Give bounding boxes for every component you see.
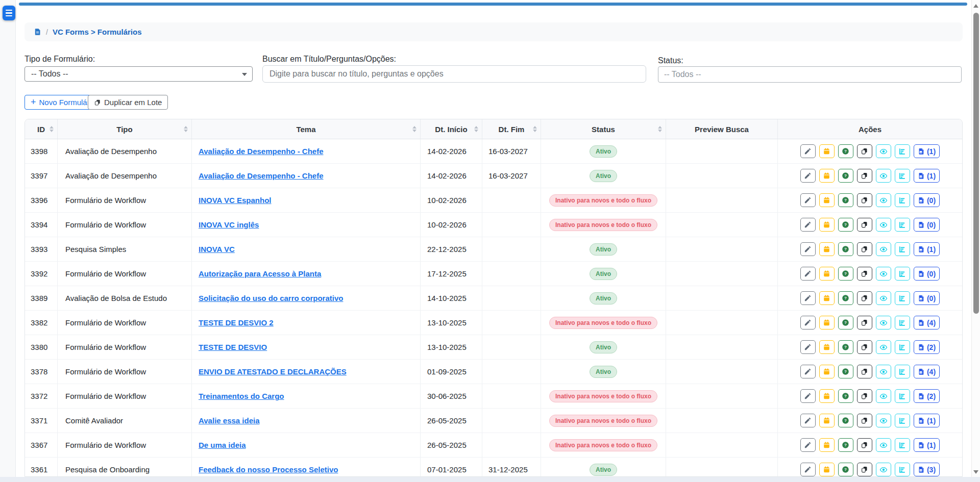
scrollbar-thumb[interactable] [973, 13, 979, 314]
tema-link[interactable]: TESTE DE DESVIO 2 [199, 318, 274, 327]
excel-export-button[interactable]: x (2) [914, 340, 940, 354]
excel-export-button[interactable]: x (4) [914, 316, 940, 329]
edit-button[interactable] [800, 463, 816, 476]
column-header-dt-fim[interactable]: Dt. Fim [482, 119, 541, 139]
help-button[interactable]: ? [838, 193, 853, 207]
report-button[interactable] [895, 389, 910, 403]
preview-button[interactable] [876, 365, 891, 378]
duplicate-button[interactable] [857, 267, 872, 281]
tema-link[interactable]: Feedback do nosso Processo Seletivo [199, 465, 338, 474]
column-header-tipo[interactable]: Tipo [58, 119, 192, 139]
duplicar-em-lote-button[interactable]: Duplicar em Lote [88, 95, 168, 110]
report-button[interactable] [895, 414, 910, 427]
calendar-button[interactable] [819, 340, 835, 354]
excel-export-button[interactable]: x (3) [914, 463, 940, 476]
tema-link[interactable]: Avaliação de Desempenho - Chefe [199, 171, 324, 180]
excel-export-button[interactable]: x (1) [914, 242, 940, 256]
tema-link[interactable]: Avaliação de Desempenho - Chefe [199, 147, 324, 156]
help-button[interactable]: ? [838, 463, 853, 476]
calendar-button[interactable] [819, 365, 835, 378]
report-button[interactable] [895, 144, 910, 158]
help-button[interactable]: ? [838, 365, 853, 378]
duplicate-button[interactable] [857, 169, 872, 183]
duplicate-button[interactable] [857, 218, 872, 232]
duplicate-button[interactable] [857, 291, 872, 305]
calendar-button[interactable] [819, 218, 835, 232]
help-button[interactable]: ? [838, 144, 853, 158]
column-header-status[interactable]: Status [541, 119, 666, 139]
help-button[interactable]: ? [838, 242, 853, 256]
duplicate-button[interactable] [857, 438, 872, 452]
edit-button[interactable] [800, 340, 816, 354]
edit-button[interactable] [800, 389, 816, 403]
help-button[interactable]: ? [838, 438, 853, 452]
duplicate-button[interactable] [857, 193, 872, 207]
preview-button[interactable] [876, 193, 891, 207]
help-button[interactable]: ? [838, 316, 853, 329]
preview-button[interactable] [876, 291, 891, 305]
preview-button[interactable] [876, 316, 891, 329]
edit-button[interactable] [800, 438, 816, 452]
excel-export-button[interactable]: x (1) [914, 414, 940, 427]
tema-link[interactable]: Solicitação do uso do carro corporativo [199, 294, 343, 302]
preview-button[interactable] [876, 389, 891, 403]
help-button[interactable]: ? [838, 389, 853, 403]
calendar-button[interactable] [819, 267, 835, 281]
excel-export-button[interactable]: x (1) [914, 169, 940, 183]
edit-button[interactable] [800, 144, 816, 158]
preview-button[interactable] [876, 144, 891, 158]
edit-button[interactable] [800, 169, 816, 183]
tema-link[interactable]: Treinamentos do Cargo [199, 392, 284, 400]
tema-link[interactable]: Avalie essa ideia [199, 416, 260, 425]
excel-export-button[interactable]: x (0) [914, 193, 940, 207]
hamburger-menu-button[interactable] [3, 6, 15, 20]
preview-button[interactable] [876, 414, 891, 427]
help-button[interactable]: ? [838, 414, 853, 427]
excel-export-button[interactable]: x (1) [914, 438, 940, 452]
column-header-id[interactable]: ID [25, 119, 58, 139]
duplicate-button[interactable] [857, 389, 872, 403]
calendar-button[interactable] [819, 193, 835, 207]
report-button[interactable] [895, 365, 910, 378]
preview-button[interactable] [876, 242, 891, 256]
duplicate-button[interactable] [857, 144, 872, 158]
column-header-dt-inicio[interactable]: Dt. Início [421, 119, 482, 139]
report-button[interactable] [895, 218, 910, 232]
tema-link[interactable]: INOVA VC inglês [199, 220, 259, 229]
excel-export-button[interactable]: x (0) [914, 291, 940, 305]
edit-button[interactable] [800, 218, 816, 232]
calendar-button[interactable] [819, 389, 835, 403]
tema-link[interactable]: TESTE DE DESVIO [199, 343, 267, 351]
preview-button[interactable] [876, 438, 891, 452]
excel-export-button[interactable]: x (0) [914, 267, 940, 281]
duplicate-button[interactable] [857, 316, 872, 329]
excel-export-button[interactable]: x (2) [914, 389, 940, 403]
tema-link[interactable]: De uma ideia [199, 441, 246, 449]
tema-link[interactable]: INOVA VC Espanhol [199, 196, 272, 205]
edit-button[interactable] [800, 291, 816, 305]
edit-button[interactable] [800, 242, 816, 256]
help-button[interactable]: ? [838, 218, 853, 232]
report-button[interactable] [895, 242, 910, 256]
tipo-filter-select[interactable]: -- Todos -- [24, 66, 253, 82]
edit-button[interactable] [800, 267, 816, 281]
calendar-button[interactable] [819, 438, 835, 452]
tema-link[interactable]: INOVA VC [199, 245, 235, 253]
edit-button[interactable] [800, 316, 816, 329]
preview-button[interactable] [876, 169, 891, 183]
report-button[interactable] [895, 267, 910, 281]
excel-export-button[interactable]: x (4) [914, 365, 940, 378]
report-button[interactable] [895, 193, 910, 207]
preview-button[interactable] [876, 218, 891, 232]
calendar-button[interactable] [819, 291, 835, 305]
report-button[interactable] [895, 463, 910, 476]
report-button[interactable] [895, 340, 910, 354]
column-header-tema[interactable]: Tema [192, 119, 421, 139]
report-button[interactable] [895, 316, 910, 329]
scroll-up-arrow-icon[interactable] [973, 4, 978, 8]
preview-button[interactable] [876, 463, 891, 476]
help-button[interactable]: ? [838, 340, 853, 354]
report-button[interactable] [895, 438, 910, 452]
preview-button[interactable] [876, 340, 891, 354]
calendar-button[interactable] [819, 144, 835, 158]
